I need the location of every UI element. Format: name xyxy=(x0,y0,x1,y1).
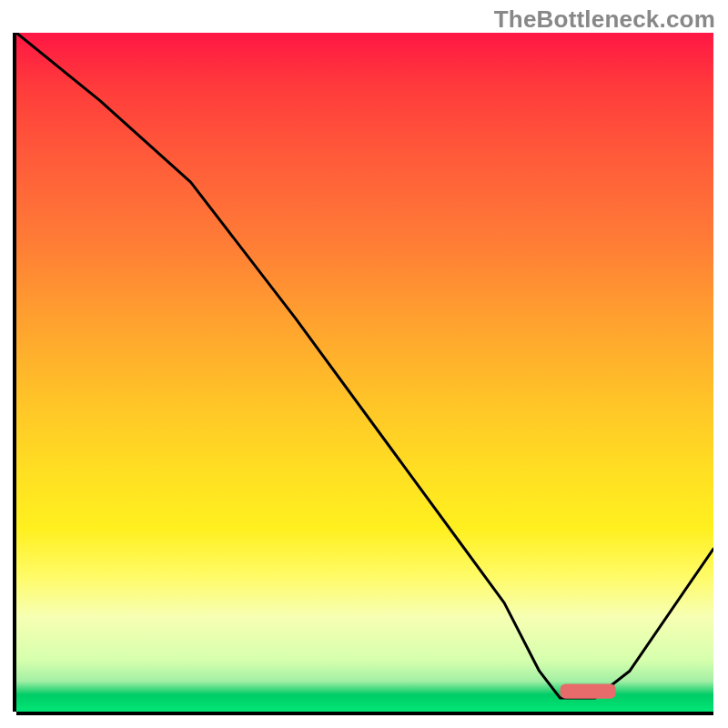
x-axis-line xyxy=(16,712,713,715)
plot-area xyxy=(16,33,713,712)
line-layer-svg xyxy=(16,33,713,712)
watermark-text: TheBottleneck.com xyxy=(494,5,715,34)
chart-container: TheBottleneck.com xyxy=(0,0,728,728)
curve-path xyxy=(16,33,713,698)
highlight-bar xyxy=(561,683,616,698)
